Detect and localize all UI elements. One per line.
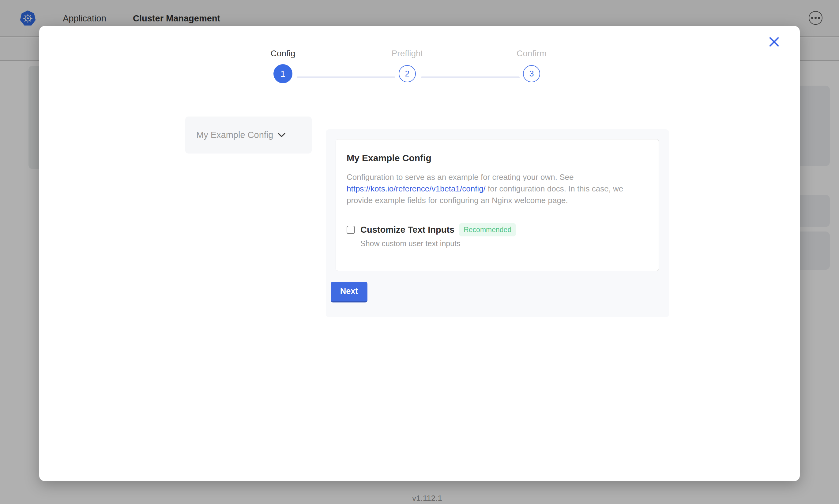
config-group-selector[interactable]: My Example Config: [185, 116, 312, 154]
config-docs-link[interactable]: https://kots.io/reference/v1beta1/config…: [347, 184, 486, 193]
step-number-badge: 3: [523, 65, 540, 82]
config-wizard-modal: Config 1 Preflight 2 Confirm 3 My Exampl…: [39, 26, 800, 481]
step-label: Preflight: [371, 49, 444, 58]
step-confirm: Confirm 3: [495, 49, 568, 82]
step-number-badge: 2: [399, 65, 416, 82]
config-group-selector-label: My Example Config: [196, 130, 273, 140]
next-button[interactable]: Next: [331, 282, 367, 303]
step-config: Config 1: [246, 49, 320, 83]
step-number-badge: 1: [273, 64, 292, 83]
customize-text-inputs-checkbox[interactable]: [347, 226, 355, 234]
checkbox-help-text: Show custom user text inputs: [360, 239, 648, 248]
checkbox-row: Customize Text Inputs Recommended: [347, 223, 648, 236]
close-icon[interactable]: [769, 36, 780, 48]
config-group-card: My Example Config Configuration to serve…: [336, 139, 659, 271]
config-group-description: Configuration to serve as an example for…: [347, 171, 642, 206]
config-group-title: My Example Config: [347, 153, 648, 163]
step-label: Confirm: [495, 49, 568, 58]
recommended-badge: Recommended: [459, 223, 516, 236]
step-preflight: Preflight 2: [371, 49, 444, 82]
chevron-down-icon: [277, 132, 286, 138]
checkbox-label: Customize Text Inputs: [360, 225, 455, 235]
config-panel: My Example Config Configuration to serve…: [326, 129, 669, 317]
step-label: Config: [246, 49, 320, 58]
